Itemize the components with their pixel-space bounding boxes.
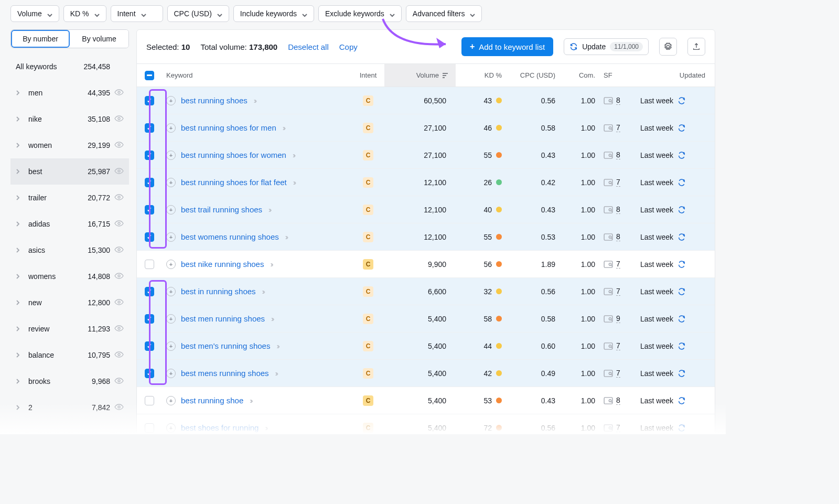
sidebar-item-trailer[interactable]: trailer20,772 (10, 185, 129, 211)
refresh-icon[interactable] (677, 178, 686, 187)
refresh-icon[interactable] (677, 233, 686, 241)
add-circle-icon[interactable]: + (166, 178, 176, 187)
add-to-keyword-list-button[interactable]: +Add to keyword list (461, 37, 553, 56)
col-keyword[interactable]: Keyword (162, 71, 352, 79)
add-circle-icon[interactable]: + (166, 369, 176, 378)
sf-cell[interactable]: 8 (604, 232, 620, 241)
eye-icon[interactable] (114, 325, 124, 333)
col-updated[interactable]: Updated (636, 71, 715, 79)
all-keywords-row[interactable]: All keywords 254,458 (10, 53, 129, 80)
sf-cell[interactable]: 8 (604, 151, 620, 159)
row-checkbox[interactable] (145, 232, 154, 242)
row-checkbox[interactable] (145, 178, 154, 187)
settings-button[interactable] (659, 38, 677, 56)
sidebar-item-men[interactable]: men44,395 (10, 80, 129, 106)
row-checkbox[interactable] (145, 96, 154, 105)
keyword-link[interactable]: best running shoes for women (181, 151, 286, 159)
sf-cell[interactable]: 7 (604, 341, 620, 350)
deselect-all-link[interactable]: Deselect all (288, 42, 329, 51)
keyword-link[interactable]: best trail running shoes (181, 205, 262, 214)
update-button[interactable]: Update 11/1,000 (564, 38, 649, 55)
refresh-icon[interactable] (677, 287, 686, 296)
keyword-link[interactable]: best mens running shoes (181, 369, 269, 378)
add-circle-icon[interactable]: + (166, 96, 176, 105)
add-circle-icon[interactable]: + (166, 260, 176, 269)
row-checkbox[interactable] (145, 369, 154, 378)
sf-cell[interactable]: 8 (604, 96, 620, 105)
add-circle-icon[interactable]: + (166, 123, 176, 133)
eye-icon[interactable] (114, 220, 124, 228)
add-circle-icon[interactable]: + (166, 232, 176, 242)
keyword-link[interactable]: best men's running shoes (181, 341, 270, 350)
sidebar-item-nike[interactable]: nike35,108 (10, 106, 129, 132)
sf-cell[interactable]: 7 (604, 260, 620, 269)
refresh-icon[interactable] (677, 124, 686, 132)
select-all-checkbox[interactable] (145, 71, 154, 80)
row-checkbox[interactable] (145, 260, 154, 269)
eye-icon[interactable] (114, 194, 124, 202)
sidebar-item-review[interactable]: review11,293 (10, 316, 129, 342)
sidebar-item-asics[interactable]: asics15,300 (10, 237, 129, 263)
sidebar-item-adidas[interactable]: adidas16,715 (10, 211, 129, 237)
filter-cpc[interactable]: CPC (USD) (167, 5, 229, 22)
by-number-button[interactable]: By number (11, 30, 70, 48)
sf-cell[interactable]: 7 (604, 178, 620, 187)
by-volume-button[interactable]: By volume (70, 30, 128, 48)
copy-link[interactable]: Copy (339, 42, 358, 51)
filter-volume[interactable]: Volume (10, 5, 59, 22)
refresh-icon[interactable] (677, 206, 686, 214)
refresh-icon[interactable] (677, 342, 686, 350)
keyword-link[interactable]: best running shoes for men (181, 123, 276, 132)
sidebar-item-balance[interactable]: balance10,795 (10, 342, 129, 368)
col-kd[interactable]: KD % (456, 71, 506, 79)
filter-kd[interactable]: KD % (63, 5, 106, 22)
add-circle-icon[interactable]: + (166, 314, 176, 324)
refresh-icon[interactable] (677, 96, 686, 105)
sf-cell[interactable]: 7 (604, 369, 620, 378)
row-checkbox[interactable] (145, 205, 154, 215)
filter-intent[interactable]: Intent (111, 5, 163, 22)
export-button[interactable] (687, 38, 705, 56)
eye-icon[interactable] (114, 298, 124, 307)
sf-cell[interactable]: 7 (604, 287, 620, 296)
refresh-icon[interactable] (677, 315, 686, 323)
filter-advanced[interactable]: Advanced filters (406, 5, 482, 22)
sidebar-item-best[interactable]: best25,987 (10, 158, 129, 185)
sidebar-item-womens[interactable]: womens14,808 (10, 263, 129, 289)
col-com[interactable]: Com. (560, 71, 599, 79)
row-checkbox[interactable] (145, 123, 154, 133)
refresh-icon[interactable] (677, 260, 686, 269)
eye-icon[interactable] (114, 246, 124, 254)
add-circle-icon[interactable]: + (166, 287, 176, 296)
sf-cell[interactable]: 8 (604, 205, 620, 214)
eye-icon[interactable] (114, 167, 124, 176)
sidebar-item-brooks[interactable]: brooks9,968 (10, 368, 129, 394)
sf-cell[interactable]: 7 (604, 123, 620, 132)
col-cpc[interactable]: CPC (USD) (506, 71, 560, 79)
refresh-icon[interactable] (677, 151, 686, 159)
add-circle-icon[interactable]: + (166, 151, 176, 160)
add-circle-icon[interactable]: + (166, 341, 176, 351)
keyword-link[interactable]: best men running shoes (181, 314, 265, 323)
eye-icon[interactable] (114, 141, 124, 149)
keyword-link[interactable]: best nike running shoes (181, 260, 264, 269)
col-intent[interactable]: Intent (352, 71, 384, 79)
filter-exclude[interactable]: Exclude keywords (318, 5, 402, 22)
sidebar-item-new[interactable]: new12,800 (10, 289, 129, 316)
keyword-link[interactable]: best in running shoes (181, 287, 256, 296)
eye-icon[interactable] (114, 351, 124, 359)
sf-cell[interactable]: 9 (604, 314, 620, 323)
refresh-icon[interactable] (677, 369, 686, 378)
sidebar-item-women[interactable]: women29,199 (10, 132, 129, 158)
row-checkbox[interactable] (145, 314, 154, 324)
keyword-link[interactable]: best running shoes (181, 96, 248, 105)
add-circle-icon[interactable]: + (166, 205, 176, 215)
row-checkbox[interactable] (145, 151, 154, 160)
eye-icon[interactable] (114, 377, 124, 385)
filter-include[interactable]: Include keywords (233, 5, 314, 22)
keyword-link[interactable]: best womens running shoes (181, 232, 279, 241)
col-volume[interactable]: Volume (384, 64, 456, 87)
eye-icon[interactable] (114, 272, 124, 281)
eye-icon[interactable] (114, 115, 124, 123)
keyword-link[interactable]: best running shoes for flat feet (181, 178, 287, 187)
